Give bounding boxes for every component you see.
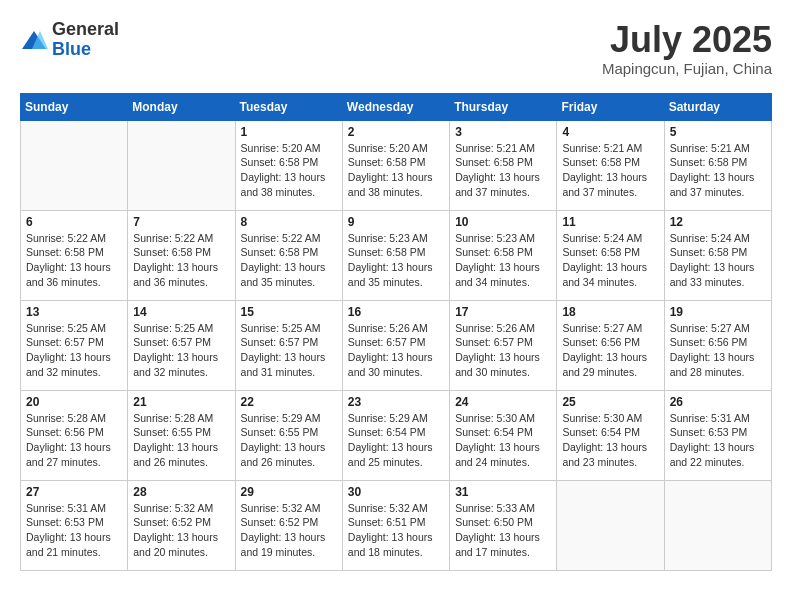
day-number: 29 — [241, 485, 337, 499]
weekday-header: Sunday — [21, 93, 128, 120]
weekday-header: Monday — [128, 93, 235, 120]
calendar-cell: 20Sunrise: 5:28 AMSunset: 6:56 PMDayligh… — [21, 390, 128, 480]
day-number: 16 — [348, 305, 444, 319]
day-info: Sunrise: 5:26 AMSunset: 6:57 PMDaylight:… — [455, 321, 551, 380]
day-info: Sunrise: 5:32 AMSunset: 6:51 PMDaylight:… — [348, 501, 444, 560]
day-number: 19 — [670, 305, 766, 319]
day-info: Sunrise: 5:23 AMSunset: 6:58 PMDaylight:… — [348, 231, 444, 290]
day-info: Sunrise: 5:23 AMSunset: 6:58 PMDaylight:… — [455, 231, 551, 290]
day-number: 9 — [348, 215, 444, 229]
calendar-header-row: SundayMondayTuesdayWednesdayThursdayFrid… — [21, 93, 772, 120]
day-info: Sunrise: 5:28 AMSunset: 6:56 PMDaylight:… — [26, 411, 122, 470]
logo-text: General Blue — [52, 20, 119, 60]
weekday-header: Tuesday — [235, 93, 342, 120]
day-info: Sunrise: 5:25 AMSunset: 6:57 PMDaylight:… — [133, 321, 229, 380]
calendar-cell — [128, 120, 235, 210]
calendar-week-row: 20Sunrise: 5:28 AMSunset: 6:56 PMDayligh… — [21, 390, 772, 480]
day-info: Sunrise: 5:20 AMSunset: 6:58 PMDaylight:… — [241, 141, 337, 200]
calendar-week-row: 13Sunrise: 5:25 AMSunset: 6:57 PMDayligh… — [21, 300, 772, 390]
calendar-cell: 24Sunrise: 5:30 AMSunset: 6:54 PMDayligh… — [450, 390, 557, 480]
day-info: Sunrise: 5:27 AMSunset: 6:56 PMDaylight:… — [670, 321, 766, 380]
calendar-cell: 14Sunrise: 5:25 AMSunset: 6:57 PMDayligh… — [128, 300, 235, 390]
day-number: 24 — [455, 395, 551, 409]
day-info: Sunrise: 5:26 AMSunset: 6:57 PMDaylight:… — [348, 321, 444, 380]
day-info: Sunrise: 5:22 AMSunset: 6:58 PMDaylight:… — [133, 231, 229, 290]
day-info: Sunrise: 5:31 AMSunset: 6:53 PMDaylight:… — [26, 501, 122, 560]
day-number: 14 — [133, 305, 229, 319]
calendar-week-row: 27Sunrise: 5:31 AMSunset: 6:53 PMDayligh… — [21, 480, 772, 570]
day-number: 3 — [455, 125, 551, 139]
calendar-cell: 25Sunrise: 5:30 AMSunset: 6:54 PMDayligh… — [557, 390, 664, 480]
day-info: Sunrise: 5:25 AMSunset: 6:57 PMDaylight:… — [26, 321, 122, 380]
day-info: Sunrise: 5:29 AMSunset: 6:54 PMDaylight:… — [348, 411, 444, 470]
month-title: July 2025 — [602, 20, 772, 60]
day-info: Sunrise: 5:30 AMSunset: 6:54 PMDaylight:… — [455, 411, 551, 470]
calendar-cell: 30Sunrise: 5:32 AMSunset: 6:51 PMDayligh… — [342, 480, 449, 570]
day-number: 25 — [562, 395, 658, 409]
calendar-cell: 13Sunrise: 5:25 AMSunset: 6:57 PMDayligh… — [21, 300, 128, 390]
calendar-cell — [21, 120, 128, 210]
day-number: 27 — [26, 485, 122, 499]
logo: General Blue — [20, 20, 119, 60]
day-info: Sunrise: 5:21 AMSunset: 6:58 PMDaylight:… — [455, 141, 551, 200]
day-number: 8 — [241, 215, 337, 229]
day-info: Sunrise: 5:33 AMSunset: 6:50 PMDaylight:… — [455, 501, 551, 560]
weekday-header: Friday — [557, 93, 664, 120]
calendar-cell: 29Sunrise: 5:32 AMSunset: 6:52 PMDayligh… — [235, 480, 342, 570]
calendar-cell: 15Sunrise: 5:25 AMSunset: 6:57 PMDayligh… — [235, 300, 342, 390]
logo-icon — [20, 27, 48, 55]
day-info: Sunrise: 5:22 AMSunset: 6:58 PMDaylight:… — [26, 231, 122, 290]
day-info: Sunrise: 5:22 AMSunset: 6:58 PMDaylight:… — [241, 231, 337, 290]
calendar-cell: 23Sunrise: 5:29 AMSunset: 6:54 PMDayligh… — [342, 390, 449, 480]
calendar-week-row: 6Sunrise: 5:22 AMSunset: 6:58 PMDaylight… — [21, 210, 772, 300]
day-number: 22 — [241, 395, 337, 409]
calendar-cell: 26Sunrise: 5:31 AMSunset: 6:53 PMDayligh… — [664, 390, 771, 480]
day-info: Sunrise: 5:29 AMSunset: 6:55 PMDaylight:… — [241, 411, 337, 470]
day-number: 31 — [455, 485, 551, 499]
day-number: 28 — [133, 485, 229, 499]
day-info: Sunrise: 5:21 AMSunset: 6:58 PMDaylight:… — [562, 141, 658, 200]
day-number: 2 — [348, 125, 444, 139]
calendar-cell: 31Sunrise: 5:33 AMSunset: 6:50 PMDayligh… — [450, 480, 557, 570]
calendar-cell: 9Sunrise: 5:23 AMSunset: 6:58 PMDaylight… — [342, 210, 449, 300]
day-info: Sunrise: 5:30 AMSunset: 6:54 PMDaylight:… — [562, 411, 658, 470]
calendar-week-row: 1Sunrise: 5:20 AMSunset: 6:58 PMDaylight… — [21, 120, 772, 210]
calendar-cell: 19Sunrise: 5:27 AMSunset: 6:56 PMDayligh… — [664, 300, 771, 390]
page-header: General Blue July 2025 Mapingcun, Fujian… — [20, 20, 772, 77]
calendar-cell: 22Sunrise: 5:29 AMSunset: 6:55 PMDayligh… — [235, 390, 342, 480]
day-number: 21 — [133, 395, 229, 409]
day-number: 7 — [133, 215, 229, 229]
calendar-cell: 11Sunrise: 5:24 AMSunset: 6:58 PMDayligh… — [557, 210, 664, 300]
day-number: 13 — [26, 305, 122, 319]
calendar-cell: 16Sunrise: 5:26 AMSunset: 6:57 PMDayligh… — [342, 300, 449, 390]
weekday-header: Wednesday — [342, 93, 449, 120]
day-info: Sunrise: 5:20 AMSunset: 6:58 PMDaylight:… — [348, 141, 444, 200]
day-info: Sunrise: 5:24 AMSunset: 6:58 PMDaylight:… — [670, 231, 766, 290]
calendar-cell: 28Sunrise: 5:32 AMSunset: 6:52 PMDayligh… — [128, 480, 235, 570]
calendar-cell: 7Sunrise: 5:22 AMSunset: 6:58 PMDaylight… — [128, 210, 235, 300]
day-info: Sunrise: 5:25 AMSunset: 6:57 PMDaylight:… — [241, 321, 337, 380]
weekday-header: Saturday — [664, 93, 771, 120]
calendar-cell — [557, 480, 664, 570]
day-number: 23 — [348, 395, 444, 409]
weekday-header: Thursday — [450, 93, 557, 120]
logo-general: General — [52, 20, 119, 40]
day-info: Sunrise: 5:32 AMSunset: 6:52 PMDaylight:… — [133, 501, 229, 560]
calendar-cell: 2Sunrise: 5:20 AMSunset: 6:58 PMDaylight… — [342, 120, 449, 210]
day-info: Sunrise: 5:24 AMSunset: 6:58 PMDaylight:… — [562, 231, 658, 290]
calendar-cell: 3Sunrise: 5:21 AMSunset: 6:58 PMDaylight… — [450, 120, 557, 210]
calendar-cell: 10Sunrise: 5:23 AMSunset: 6:58 PMDayligh… — [450, 210, 557, 300]
calendar-cell: 8Sunrise: 5:22 AMSunset: 6:58 PMDaylight… — [235, 210, 342, 300]
day-number: 12 — [670, 215, 766, 229]
logo-blue: Blue — [52, 40, 119, 60]
day-number: 20 — [26, 395, 122, 409]
day-info: Sunrise: 5:28 AMSunset: 6:55 PMDaylight:… — [133, 411, 229, 470]
calendar: SundayMondayTuesdayWednesdayThursdayFrid… — [20, 93, 772, 571]
day-number: 4 — [562, 125, 658, 139]
calendar-cell: 1Sunrise: 5:20 AMSunset: 6:58 PMDaylight… — [235, 120, 342, 210]
calendar-cell: 5Sunrise: 5:21 AMSunset: 6:58 PMDaylight… — [664, 120, 771, 210]
calendar-cell: 6Sunrise: 5:22 AMSunset: 6:58 PMDaylight… — [21, 210, 128, 300]
calendar-cell: 4Sunrise: 5:21 AMSunset: 6:58 PMDaylight… — [557, 120, 664, 210]
day-number: 15 — [241, 305, 337, 319]
day-number: 30 — [348, 485, 444, 499]
